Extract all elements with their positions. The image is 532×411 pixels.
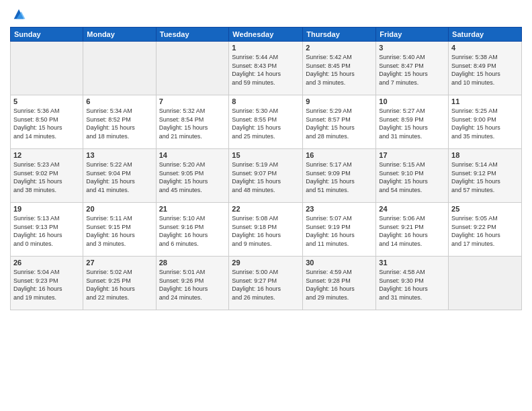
day-number: 14: [159, 151, 226, 159]
day-number: 26: [13, 259, 80, 267]
calendar-cell: 1Sunrise: 5:44 AM Sunset: 8:43 PM Daylig…: [229, 42, 303, 95]
calendar-week-2: 5Sunrise: 5:36 AM Sunset: 8:50 PM Daylig…: [11, 95, 522, 149]
day-info: Sunrise: 5:40 AM Sunset: 8:47 PM Dayligh…: [379, 53, 445, 87]
calendar-cell: 3Sunrise: 5:40 AM Sunset: 8:47 PM Daylig…: [376, 42, 449, 95]
day-number: 10: [379, 97, 445, 105]
calendar-cell: 11Sunrise: 5:25 AM Sunset: 9:00 PM Dayli…: [449, 95, 522, 149]
day-info: Sunrise: 5:10 AM Sunset: 9:16 PM Dayligh…: [159, 214, 226, 248]
calendar-cell: 30Sunrise: 4:59 AM Sunset: 9:28 PM Dayli…: [303, 257, 376, 310]
day-number: 15: [232, 151, 300, 159]
calendar: SundayMondayTuesdayWednesdayThursdayFrid…: [10, 27, 522, 310]
day-number: 5: [13, 97, 80, 105]
day-number: 7: [159, 97, 226, 105]
day-number: 12: [13, 151, 80, 159]
calendar-cell: 12Sunrise: 5:23 AM Sunset: 9:02 PM Dayli…: [11, 149, 83, 203]
day-info: Sunrise: 4:59 AM Sunset: 9:28 PM Dayligh…: [306, 268, 373, 302]
calendar-cell: 25Sunrise: 5:05 AM Sunset: 9:22 PM Dayli…: [449, 203, 522, 257]
day-info: Sunrise: 5:02 AM Sunset: 9:25 PM Dayligh…: [86, 268, 152, 302]
day-header-friday: Friday: [376, 28, 449, 42]
day-header-tuesday: Tuesday: [156, 28, 229, 42]
day-info: Sunrise: 5:22 AM Sunset: 9:04 PM Dayligh…: [86, 161, 152, 194]
day-info: Sunrise: 5:08 AM Sunset: 9:18 PM Dayligh…: [232, 214, 300, 248]
day-info: Sunrise: 5:27 AM Sunset: 8:59 PM Dayligh…: [379, 107, 445, 140]
day-info: Sunrise: 5:07 AM Sunset: 9:19 PM Dayligh…: [306, 214, 373, 248]
calendar-cell: 27Sunrise: 5:02 AM Sunset: 9:25 PM Dayli…: [83, 257, 156, 310]
day-info: Sunrise: 5:32 AM Sunset: 8:54 PM Dayligh…: [159, 107, 226, 140]
day-info: Sunrise: 4:58 AM Sunset: 9:30 PM Dayligh…: [379, 268, 445, 302]
day-info: Sunrise: 5:42 AM Sunset: 8:45 PM Dayligh…: [306, 53, 373, 87]
page: SundayMondayTuesdayWednesdayThursdayFrid…: [0, 0, 532, 411]
calendar-cell: 21Sunrise: 5:10 AM Sunset: 9:16 PM Dayli…: [156, 203, 229, 257]
day-number: 13: [86, 151, 152, 159]
calendar-cell: 4Sunrise: 5:38 AM Sunset: 8:49 PM Daylig…: [449, 42, 522, 95]
calendar-header-row: SundayMondayTuesdayWednesdayThursdayFrid…: [11, 28, 522, 42]
day-info: Sunrise: 5:30 AM Sunset: 8:55 PM Dayligh…: [232, 107, 300, 140]
day-header-monday: Monday: [83, 28, 156, 42]
calendar-cell: 26Sunrise: 5:04 AM Sunset: 9:23 PM Dayli…: [11, 257, 83, 310]
day-number: 23: [306, 205, 373, 213]
day-info: Sunrise: 5:14 AM Sunset: 9:12 PM Dayligh…: [451, 161, 519, 194]
calendar-cell: 23Sunrise: 5:07 AM Sunset: 9:19 PM Dayli…: [303, 203, 376, 257]
logo-icon: [11, 7, 26, 21]
day-header-saturday: Saturday: [449, 28, 522, 42]
day-number: 17: [379, 151, 445, 159]
day-number: 21: [159, 205, 226, 213]
calendar-cell: 31Sunrise: 4:58 AM Sunset: 9:30 PM Dayli…: [376, 257, 449, 310]
calendar-cell: [83, 42, 156, 95]
day-number: 20: [86, 205, 152, 213]
day-info: Sunrise: 5:34 AM Sunset: 8:52 PM Dayligh…: [86, 107, 152, 140]
calendar-cell: 28Sunrise: 5:01 AM Sunset: 9:26 PM Dayli…: [156, 257, 229, 310]
day-number: 6: [86, 97, 152, 105]
calendar-cell: 16Sunrise: 5:17 AM Sunset: 9:09 PM Dayli…: [303, 149, 376, 203]
calendar-cell: 8Sunrise: 5:30 AM Sunset: 8:55 PM Daylig…: [229, 95, 303, 149]
day-info: Sunrise: 5:04 AM Sunset: 9:23 PM Dayligh…: [13, 268, 80, 302]
calendar-week-4: 19Sunrise: 5:13 AM Sunset: 9:13 PM Dayli…: [11, 203, 522, 257]
day-info: Sunrise: 5:20 AM Sunset: 9:05 PM Dayligh…: [159, 161, 226, 194]
day-info: Sunrise: 5:36 AM Sunset: 8:50 PM Dayligh…: [13, 107, 80, 140]
day-number: 24: [379, 205, 445, 213]
day-number: 4: [451, 44, 519, 52]
day-info: Sunrise: 5:38 AM Sunset: 8:49 PM Dayligh…: [451, 53, 519, 87]
day-number: 29: [232, 259, 300, 267]
calendar-cell: 2Sunrise: 5:42 AM Sunset: 8:45 PM Daylig…: [303, 42, 376, 95]
day-number: 30: [306, 259, 373, 267]
calendar-cell: 18Sunrise: 5:14 AM Sunset: 9:12 PM Dayli…: [449, 149, 522, 203]
day-info: Sunrise: 5:44 AM Sunset: 8:43 PM Dayligh…: [232, 53, 300, 87]
day-number: 1: [232, 44, 300, 52]
calendar-week-5: 26Sunrise: 5:04 AM Sunset: 9:23 PM Dayli…: [11, 257, 522, 310]
day-info: Sunrise: 5:06 AM Sunset: 9:21 PM Dayligh…: [379, 214, 445, 248]
day-number: 22: [232, 205, 300, 213]
day-header-sunday: Sunday: [11, 28, 83, 42]
calendar-cell: 10Sunrise: 5:27 AM Sunset: 8:59 PM Dayli…: [376, 95, 449, 149]
day-info: Sunrise: 5:01 AM Sunset: 9:26 PM Dayligh…: [159, 268, 226, 302]
calendar-cell: 6Sunrise: 5:34 AM Sunset: 8:52 PM Daylig…: [83, 95, 156, 149]
day-number: 19: [13, 205, 80, 213]
calendar-cell: 17Sunrise: 5:15 AM Sunset: 9:10 PM Dayli…: [376, 149, 449, 203]
day-number: 9: [306, 97, 373, 105]
calendar-cell: [156, 42, 229, 95]
calendar-week-1: 1Sunrise: 5:44 AM Sunset: 8:43 PM Daylig…: [11, 42, 522, 95]
calendar-week-3: 12Sunrise: 5:23 AM Sunset: 9:02 PM Dayli…: [11, 149, 522, 203]
day-number: 3: [379, 44, 445, 52]
calendar-cell: 20Sunrise: 5:11 AM Sunset: 9:15 PM Dayli…: [83, 203, 156, 257]
day-header-thursday: Thursday: [303, 28, 376, 42]
logo: [10, 7, 26, 21]
header: [10, 7, 522, 21]
calendar-cell: 5Sunrise: 5:36 AM Sunset: 8:50 PM Daylig…: [11, 95, 83, 149]
calendar-cell: 14Sunrise: 5:20 AM Sunset: 9:05 PM Dayli…: [156, 149, 229, 203]
day-number: 8: [232, 97, 300, 105]
day-info: Sunrise: 5:19 AM Sunset: 9:07 PM Dayligh…: [232, 161, 300, 194]
calendar-cell: 7Sunrise: 5:32 AM Sunset: 8:54 PM Daylig…: [156, 95, 229, 149]
day-number: 28: [159, 259, 226, 267]
day-number: 2: [306, 44, 373, 52]
day-number: 11: [451, 97, 519, 105]
day-info: Sunrise: 5:17 AM Sunset: 9:09 PM Dayligh…: [306, 161, 373, 194]
day-number: 16: [306, 151, 373, 159]
calendar-cell: [11, 42, 83, 95]
day-info: Sunrise: 5:15 AM Sunset: 9:10 PM Dayligh…: [379, 161, 445, 194]
day-number: 25: [451, 205, 519, 213]
day-header-wednesday: Wednesday: [229, 28, 303, 42]
day-info: Sunrise: 5:25 AM Sunset: 9:00 PM Dayligh…: [451, 107, 519, 140]
calendar-cell: 24Sunrise: 5:06 AM Sunset: 9:21 PM Dayli…: [376, 203, 449, 257]
day-info: Sunrise: 5:00 AM Sunset: 9:27 PM Dayligh…: [232, 268, 300, 302]
